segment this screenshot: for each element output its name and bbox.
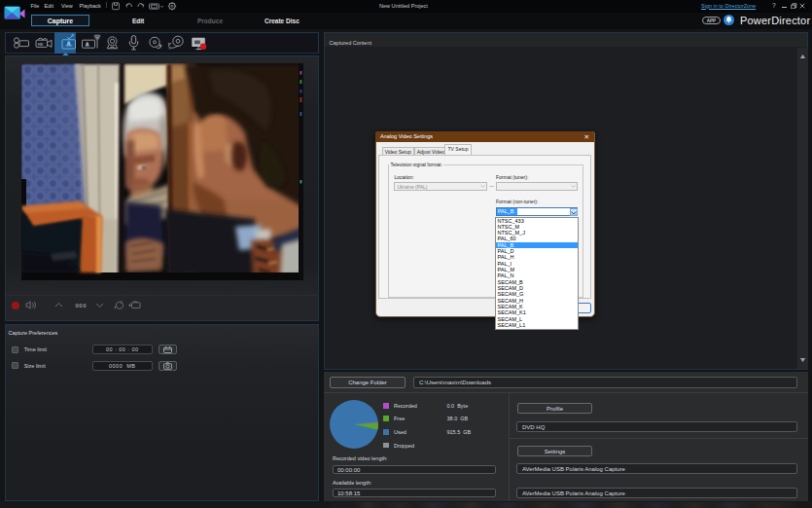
svg-text:000: 000 <box>76 303 88 308</box>
svg-text:HD: HD <box>38 42 44 47</box>
